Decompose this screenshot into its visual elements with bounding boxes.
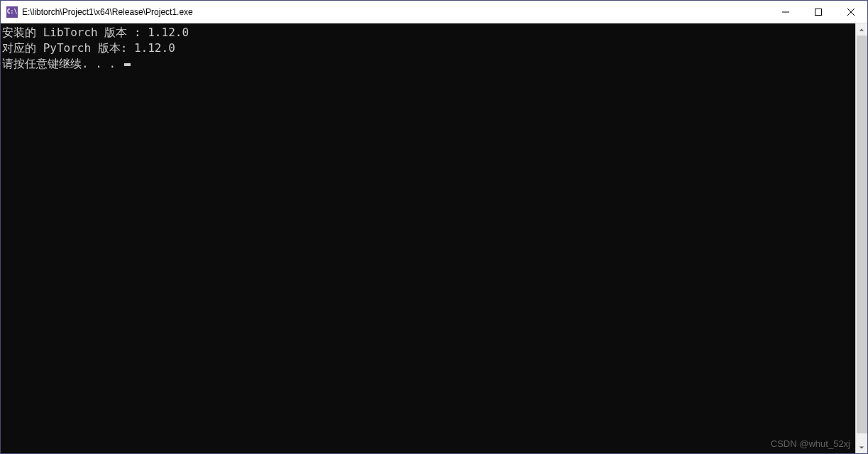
scroll-thumb[interactable] (857, 36, 867, 433)
scroll-up-button[interactable] (856, 23, 867, 36)
minimize-button[interactable] (769, 1, 802, 23)
cursor-icon (124, 63, 131, 66)
client-area: 安装的 LibTorch 版本 : 1.12.0对应的 PyTorch 版本: … (1, 23, 867, 453)
console-line: 请按任意键继续. . . (2, 56, 855, 72)
close-icon (847, 9, 855, 16)
close-button[interactable] (835, 1, 867, 23)
maximize-button[interactable] (802, 1, 835, 23)
console-window: C:\ E:\libtorch\Project1\x64\Release\Pro… (0, 0, 868, 454)
vertical-scrollbar[interactable] (855, 23, 867, 453)
app-icon: C:\ (6, 6, 18, 18)
chevron-down-icon (859, 445, 864, 450)
chevron-up-icon (859, 27, 864, 33)
console-line: 安装的 LibTorch 版本 : 1.12.0 (2, 25, 855, 40)
window-title: E:\libtorch\Project1\x64\Release\Project… (22, 7, 769, 17)
scroll-down-button[interactable] (856, 441, 867, 453)
window-controls (769, 1, 867, 23)
console-output[interactable]: 安装的 LibTorch 版本 : 1.12.0对应的 PyTorch 版本: … (1, 23, 855, 453)
minimize-icon (782, 9, 789, 16)
maximize-icon (815, 9, 822, 16)
console-line: 对应的 PyTorch 版本: 1.12.0 (2, 40, 855, 56)
svg-rect-1 (815, 9, 822, 15)
titlebar[interactable]: C:\ E:\libtorch\Project1\x64\Release\Pro… (1, 1, 867, 23)
